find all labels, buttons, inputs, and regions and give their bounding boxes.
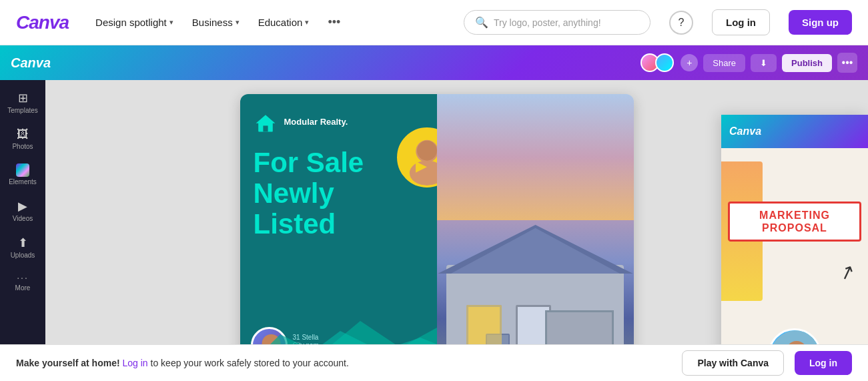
chevron-down-icon: ▾ bbox=[169, 18, 173, 27]
sidebar-item-videos[interactable]: ▶ Videos bbox=[3, 194, 42, 228]
sidebar-label-more: More bbox=[15, 284, 31, 292]
sidebar-item-templates[interactable]: ⊞ Templates bbox=[3, 85, 42, 119]
editor-topbar-right: + Share ⬇ Publish ••• bbox=[640, 53, 857, 73]
banner-login-link[interactable]: Log in bbox=[123, 358, 148, 368]
publish-button[interactable]: Publish bbox=[782, 54, 832, 72]
sidebar-item-elements[interactable]: Elements bbox=[3, 158, 42, 191]
editor-canva-logo[interactable]: Canva bbox=[11, 55, 51, 71]
more-dots-sidebar-icon: ··· bbox=[17, 272, 29, 283]
second-card-header: Canva bbox=[721, 115, 868, 148]
cursor-icon: ▶ bbox=[416, 157, 427, 175]
nav-business[interactable]: Business ▾ bbox=[184, 11, 248, 33]
svg-marker-12 bbox=[450, 228, 620, 274]
templates-icon: ⊞ bbox=[18, 91, 28, 105]
help-button[interactable]: ? bbox=[669, 11, 693, 35]
signup-button[interactable]: Sign up bbox=[789, 10, 852, 35]
collaborator-avatars bbox=[640, 53, 674, 72]
card-right-photo bbox=[437, 94, 634, 374]
top-navigation: Canva Design spotlight ▾ Business ▾ Educ… bbox=[0, 0, 868, 45]
sidebar-label-uploads: Uploads bbox=[11, 252, 35, 259]
marketing-title-line1: MARKETING bbox=[734, 209, 855, 222]
share-label: Share bbox=[713, 58, 736, 68]
uploads-icon: ⬆ bbox=[18, 236, 28, 250]
brand-logo: Modular Realty. bbox=[254, 110, 424, 134]
photos-icon: 🖼 bbox=[17, 127, 29, 141]
avatar-2 bbox=[655, 53, 674, 72]
canvas-wrapper: Canva + Share ⬇ Publish ••• bbox=[0, 45, 868, 381]
nav-more-button[interactable]: ••• bbox=[320, 10, 348, 35]
second-card-marketing: Canva MARKETING PROPOSAL ↗ bbox=[721, 115, 868, 381]
banner-normal-text: Log in to keep your work safely stored t… bbox=[123, 358, 349, 368]
editor-frame: Canva + Share ⬇ Publish ••• bbox=[0, 45, 868, 381]
nav-education[interactable]: Education ▾ bbox=[250, 11, 318, 33]
banner-bold-text: Make yourself at home! bbox=[16, 358, 120, 368]
publish-label: Publish bbox=[791, 58, 823, 68]
download-button[interactable]: ⬇ bbox=[751, 54, 777, 72]
svg-rect-2 bbox=[263, 125, 268, 131]
brand-name: Modular Realty. bbox=[284, 117, 348, 127]
canva-logo[interactable]: Canva bbox=[16, 12, 69, 33]
marketing-title-line2: PROPOSAL bbox=[734, 222, 855, 234]
banner-message: Make yourself at home! Log in to keep yo… bbox=[16, 358, 671, 368]
house-brand-icon bbox=[254, 110, 278, 134]
search-icon: 🔍 bbox=[475, 16, 488, 29]
editor-sidebar: ⊞ Templates 🖼 Photos Elements ▶ Videos ⬆… bbox=[0, 80, 45, 381]
banner-login-button[interactable]: Log in bbox=[795, 351, 852, 375]
sidebar-label-templates: Templates bbox=[7, 107, 38, 114]
login-button[interactable]: Log in bbox=[712, 9, 770, 35]
canvas-main[interactable]: Modular Realty. For Sale Newly Listed bbox=[45, 80, 868, 381]
sidebar-label-videos: Videos bbox=[13, 215, 33, 222]
sidebar-item-photos[interactable]: 🖼 Photos bbox=[3, 122, 42, 155]
chevron-down-icon: ▾ bbox=[236, 18, 240, 27]
bottom-banner: Make yourself at home! Log in to keep yo… bbox=[0, 344, 868, 381]
editor-topbar: Canva + Share ⬇ Publish ••• bbox=[0, 45, 868, 80]
more-dots-icon: ••• bbox=[842, 57, 853, 69]
sidebar-label-photos: Photos bbox=[12, 143, 33, 150]
search-placeholder: Try logo, poster, anything! bbox=[494, 17, 601, 28]
design-card-realestate: Modular Realty. For Sale Newly Listed bbox=[240, 94, 634, 374]
house-exterior-photo bbox=[437, 94, 634, 374]
marketing-proposal-box: MARKETING PROPOSAL bbox=[728, 202, 861, 242]
share-button[interactable]: Share bbox=[703, 54, 745, 72]
download-icon: ⬇ bbox=[760, 58, 767, 68]
editor-more-button[interactable]: ••• bbox=[837, 53, 857, 73]
search-bar[interactable]: 🔍 Try logo, poster, anything! bbox=[464, 10, 650, 35]
elements-color-icon bbox=[16, 163, 29, 177]
second-card-logo: Canva bbox=[729, 125, 761, 137]
sidebar-label-elements: Elements bbox=[9, 178, 37, 185]
svg-marker-1 bbox=[256, 115, 275, 123]
videos-icon: ▶ bbox=[18, 199, 27, 214]
chevron-down-icon: ▾ bbox=[305, 18, 309, 27]
card-left-panel: Modular Realty. For Sale Newly Listed bbox=[240, 94, 437, 374]
nav-links: Design spotlight ▾ Business ▾ Education … bbox=[87, 10, 445, 35]
sidebar-item-uploads[interactable]: ⬆ Uploads bbox=[3, 230, 42, 264]
arrow-decoration: ↗ bbox=[836, 260, 858, 286]
add-collaborator-button[interactable]: + bbox=[681, 54, 698, 71]
play-with-canva-button[interactable]: Play with Canva bbox=[682, 350, 784, 376]
nav-design-spotlight[interactable]: Design spotlight ▾ bbox=[87, 11, 181, 33]
sidebar-item-more[interactable]: ··· More bbox=[3, 267, 42, 297]
